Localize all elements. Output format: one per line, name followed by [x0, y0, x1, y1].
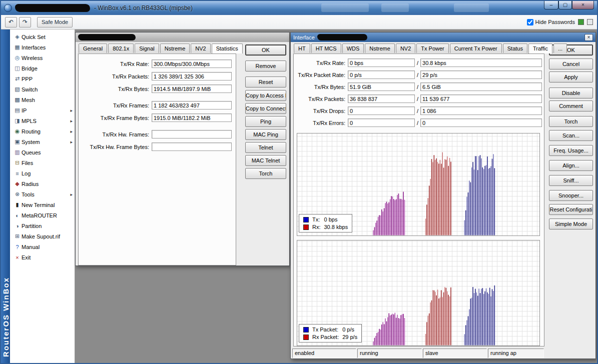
redo-button[interactable]: ↷	[19, 17, 31, 28]
field-tx-rx-bytes-rx-input[interactable]	[420, 82, 542, 91]
field-tx-rx-rate-tx-input[interactable]	[348, 58, 415, 67]
bridge-icon: ◫	[13, 65, 22, 72]
tab-nstreme[interactable]: Nstreme	[365, 44, 395, 53]
sidebar-item-bridge[interactable]: ◫Bridge	[10, 63, 75, 74]
sidebar-item-quick-set[interactable]: ◈Quick Set	[10, 32, 75, 42]
tab-status[interactable]: Status	[503, 44, 527, 53]
field-tx-rx-rate-rx-input[interactable]	[420, 58, 542, 67]
close-button[interactable]: ×	[572, 1, 594, 10]
statistics-dialog-titlebar[interactable]	[76, 32, 289, 42]
field-tx-rx-hw-frames-input[interactable]	[152, 130, 232, 138]
copy-to-connect-li-button[interactable]: Copy to Connect Li	[245, 103, 286, 114]
freq-usage-button[interactable]: Freq. Usage...	[549, 145, 593, 156]
sidebar-item-radius[interactable]: ◆Radius	[10, 178, 75, 189]
legend-swatch-rx-packet	[303, 334, 309, 340]
window-titlebar[interactable]: - WinBox v6.1 on RB433GL (mipsbe) – ▢ ×	[1, 1, 597, 15]
sidebar-item-metarouter[interactable]: ◐MetaROUTER	[10, 210, 75, 220]
interface-dialog: Interface × HTHT MCSWDSNstremeNV2Tx Powe…	[290, 32, 596, 359]
sidebar-item-ip[interactable]: ▤IP▸	[10, 105, 75, 116]
field-tx-rx-packet-rate-tx-input[interactable]	[348, 70, 415, 79]
field-tx-rx-frames-input[interactable]	[152, 101, 232, 110]
field-tx-rx-bytes-tx-input[interactable]	[348, 82, 415, 91]
field-tx-rx-packets-tx-input[interactable]	[348, 94, 415, 103]
tab-traffic[interactable]: Traffic	[528, 44, 552, 54]
legend-label: Tx Packet:	[312, 326, 339, 332]
tab-nv2[interactable]: NV2	[396, 44, 415, 53]
field-tx-rx-frame-bytes-input[interactable]	[152, 114, 232, 122]
scan-button[interactable]: Scan...	[549, 130, 593, 141]
sidebar-item-new-terminal[interactable]: ▮New Terminal	[10, 200, 75, 210]
routeros-winbox-brand: RouterOS WinBox	[1, 30, 10, 363]
comment-button[interactable]: Comment	[549, 100, 593, 112]
torch-button[interactable]: Torch	[245, 168, 286, 179]
apply-button[interactable]: Apply	[549, 72, 593, 82]
sidebar-item-log[interactable]: ≡Log	[10, 168, 75, 178]
ok-button[interactable]: OK	[245, 44, 286, 56]
sidebar-item-files[interactable]: ⊟Files	[10, 158, 75, 168]
field-tx-rx-errors-tx-input[interactable]	[348, 118, 415, 127]
statistics-tab-page: Tx/Rx Rate:Tx/Rx Packets:Tx/Rx Bytes:Tx/…	[78, 54, 236, 266]
sidebar-item-tools[interactable]: ⊗Tools▸	[10, 189, 75, 200]
minimize-button[interactable]: –	[544, 1, 558, 10]
field-tx-rx-packets-input[interactable]	[152, 72, 232, 80]
field-tx-rx-packets-rx-input[interactable]	[420, 94, 542, 103]
field-tx-rx-drops-tx-input[interactable]	[348, 106, 415, 115]
hide-passwords-checkbox[interactable]	[527, 19, 533, 26]
reset-configurati-button[interactable]: Reset Configurati	[549, 204, 593, 215]
sidebar-item-routing[interactable]: ◉Routing▸	[10, 126, 75, 136]
sidebar-item-ppp[interactable]: ⇄PPP	[10, 74, 75, 84]
maximize-button[interactable]: ▢	[558, 1, 572, 10]
tab-nv2[interactable]: NV2	[191, 44, 210, 53]
torch-button[interactable]: Torch	[549, 116, 593, 127]
tab-signal[interactable]: Signal	[135, 44, 159, 53]
sidebar-item-interfaces[interactable]: ▦Interfaces	[10, 42, 75, 52]
snooper-button[interactable]: Snooper...	[549, 190, 593, 201]
field-tx-rx-packet-rate-rx-input[interactable]	[420, 70, 542, 79]
mac-ping-button[interactable]: MAC Ping	[245, 129, 286, 140]
field-tx-rx-drops-rx-input[interactable]	[420, 106, 542, 115]
window-title: - WinBox v6.1 on RB433GL (mipsbe)	[94, 4, 193, 12]
field-tx-rx-bytes-input[interactable]	[152, 84, 232, 93]
telnet-button[interactable]: Telnet	[245, 142, 286, 153]
sidebar-item-mpls[interactable]: ◨MPLS▸	[10, 116, 75, 126]
align-button[interactable]: Align...	[549, 160, 593, 171]
dialog-close-button[interactable]: ×	[584, 34, 593, 41]
sidebar-item-partition[interactable]: ◑Partition	[10, 220, 75, 231]
remove-button[interactable]: Remove	[245, 60, 286, 72]
tab-current-tx-power[interactable]: Current Tx Power	[450, 44, 502, 53]
disable-button[interactable]: Disable	[549, 88, 593, 98]
simple-mode-button[interactable]: Simple Mode	[549, 218, 593, 230]
tab-general[interactable]: General	[79, 44, 107, 53]
copy-to-access-li-button[interactable]: Copy to Access Li	[245, 90, 286, 101]
safe-mode-button[interactable]: Safe Mode	[37, 17, 73, 28]
field-tx-rx-hw-frame-bytes-input[interactable]	[152, 142, 232, 151]
sidebar-item-switch[interactable]: ▧Switch	[10, 84, 75, 94]
tab-statistics[interactable]: Statistics	[212, 44, 243, 54]
field-tx-rx-rate-input[interactable]	[152, 60, 232, 68]
sniff-button[interactable]: Sniff...	[549, 175, 593, 186]
sidebar-item-manual[interactable]: ?Manual	[10, 242, 75, 252]
sidebar-item-exit[interactable]: ×Exit	[10, 252, 75, 262]
ping-button[interactable]: Ping	[245, 116, 286, 127]
tab-wds[interactable]: WDS	[342, 44, 364, 53]
tab-tx-power[interactable]: Tx Power	[416, 44, 448, 53]
interface-dialog-titlebar[interactable]: Interface ×	[291, 32, 595, 42]
sidebar-item-system[interactable]: ▣System▸	[10, 136, 75, 147]
field-tx-rx-errors-rx-input[interactable]	[420, 118, 542, 127]
tab-ht[interactable]: HT	[294, 44, 310, 53]
undo-button[interactable]: ↶	[5, 17, 17, 28]
tab-802-1x[interactable]: 802.1x	[108, 44, 134, 53]
reset-button[interactable]: Reset	[245, 76, 286, 88]
sidebar-item-wireless[interactable]: ◎Wireless	[10, 52, 75, 63]
redacted-interface-name	[317, 34, 367, 40]
field-row: Tx/Rx Hw. Frame Bytes:	[79, 142, 236, 151]
tab-nstreme[interactable]: Nstreme	[160, 44, 190, 53]
mac-telnet-button[interactable]: MAC Telnet	[245, 155, 286, 166]
cancel-button[interactable]: Cancel	[549, 58, 593, 70]
sidebar-item-mesh[interactable]: ▩Mesh	[10, 94, 75, 105]
sidebar-item-make-supout-rif[interactable]: ⊞Make Supout.rif	[10, 231, 75, 242]
tab-ht-mcs[interactable]: HT MCS	[311, 44, 341, 53]
submenu-arrow-icon: ▸	[70, 118, 73, 124]
tab-more[interactable]: ...	[553, 44, 567, 53]
sidebar-item-queues[interactable]: ▥Queues	[10, 147, 75, 158]
